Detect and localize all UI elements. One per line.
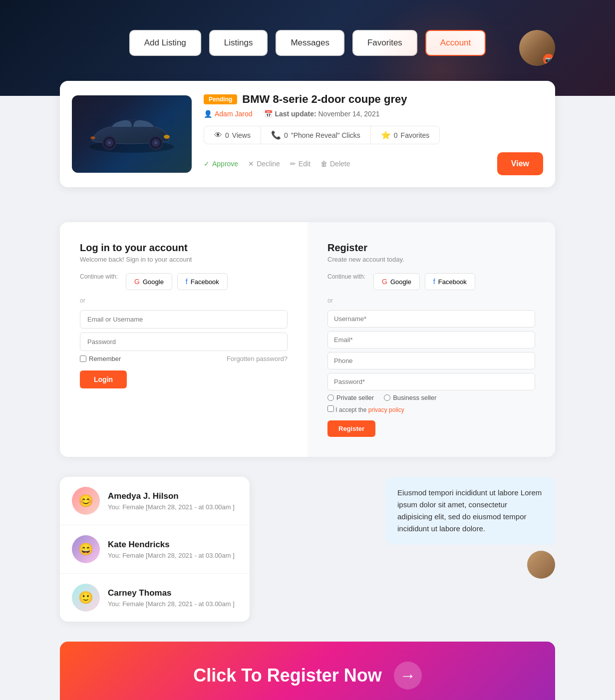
forgot-password-link[interactable]: Forgotten password? xyxy=(227,355,288,362)
register-title: Register xyxy=(327,242,535,254)
listing-date: 📅 Last update: November 14, 2021 xyxy=(264,110,379,118)
register-facebook-btn[interactable]: f Facebook xyxy=(425,273,475,290)
cta-arrow-icon: → xyxy=(394,662,422,690)
contact-meta-2: You: Female [March 28, 2021 - at 03.00am… xyxy=(108,552,235,559)
chat-area: Eiusmod tempori incididunt ut labore Lor… xyxy=(262,477,555,579)
phone-icon: 📞 xyxy=(271,130,281,140)
contact-name-2: Kate Hendricks xyxy=(108,540,235,550)
listing-stats: 👁 0 Views 📞 0 "Phone Reveal" Clicks ⭐ 0 … xyxy=(204,126,440,144)
eye-icon: 👁 xyxy=(214,131,222,140)
login-continue-with-label: Continue with: xyxy=(80,273,118,290)
svg-point-7 xyxy=(164,135,170,139)
cta-label: Click To Register Now xyxy=(193,665,381,686)
pencil-icon: ✏ xyxy=(290,160,296,168)
login-button[interactable]: Login xyxy=(80,370,127,388)
email-input[interactable] xyxy=(327,331,535,349)
listing-image xyxy=(72,95,192,173)
phone-input[interactable] xyxy=(327,352,535,369)
contact-item-2[interactable]: 😄 Kate Hendricks You: Female [March 28, … xyxy=(60,525,250,574)
listing-actions: ✓ Approve ✕ Decline ✏ Edit 🗑 Delete View xyxy=(204,152,543,175)
login-social-buttons: Continue with: G Google f Facebook xyxy=(80,273,288,290)
phone-stat: 📞 0 "Phone Reveal" Clicks xyxy=(261,126,371,144)
contact-info-3: Carney Thomas You: Female [March 28, 202… xyxy=(108,588,235,608)
register-social-buttons: Continue with: G Google f Facebook xyxy=(327,273,535,290)
privacy-policy-link[interactable]: privacy policy xyxy=(368,406,404,413)
facebook-icon: f xyxy=(433,278,435,286)
decline-action[interactable]: ✕ Decline xyxy=(248,160,280,168)
register-password-input[interactable] xyxy=(327,373,535,390)
business-seller-radio[interactable] xyxy=(384,394,390,401)
contact-avatar-2: 😄 xyxy=(72,535,100,563)
cta-register-button[interactable]: Click To Register Now → xyxy=(60,642,555,700)
check-icon: ✓ xyxy=(204,160,210,168)
register-subtitle: Create new account today. xyxy=(327,256,535,263)
nav-account[interactable]: Account xyxy=(425,30,486,56)
nav-messages[interactable]: Messages xyxy=(276,30,344,56)
contact-avatar-1: 😊 xyxy=(72,487,100,515)
listing-header: Pending BMW 8-serie 2-door coupe grey xyxy=(204,93,543,106)
contact-avatar-3: 🙂 xyxy=(72,584,100,612)
avatar[interactable]: 📷 xyxy=(519,30,555,66)
private-seller-option[interactable]: Private seller xyxy=(327,394,374,401)
nav-listings[interactable]: Listings xyxy=(209,30,268,56)
listing-meta: 👤 Adam Jarod 📅 Last update: November 14,… xyxy=(204,110,543,118)
contact-info-1: Amedya J. Hilson You: Female [March 28, … xyxy=(108,491,235,511)
login-google-btn[interactable]: G Google xyxy=(126,273,172,290)
login-title: Log in to your account xyxy=(80,242,288,254)
register-button[interactable]: Register xyxy=(327,420,375,437)
register-divider: or xyxy=(327,297,535,304)
login-subtitle: Welcome back! Sign in to your account xyxy=(80,256,288,263)
contact-name-3: Carney Thomas xyxy=(108,588,235,598)
views-stat: 👁 0 Views xyxy=(204,127,261,144)
listing-author: 👤 Adam Jarod xyxy=(204,110,252,118)
nav-favorites[interactable]: Favorites xyxy=(352,30,417,56)
x-icon: ✕ xyxy=(248,160,254,168)
register-google-btn[interactable]: G Google xyxy=(373,273,420,290)
login-facebook-btn[interactable]: f Facebook xyxy=(177,273,228,290)
star-icon: ⭐ xyxy=(381,130,391,140)
svg-point-8 xyxy=(90,136,95,139)
user-avatar-wrapper: 📷 xyxy=(519,30,555,66)
favorites-stat: ⭐ 0 Favorites xyxy=(371,126,439,144)
contact-meta-1: You: Female [March 28, 2021 - at 03.00am… xyxy=(108,503,235,511)
listing-card: Pending BMW 8-serie 2-door coupe grey 👤 … xyxy=(60,81,555,187)
email-username-input[interactable] xyxy=(80,310,288,329)
contact-info-2: Kate Hendricks You: Female [March 28, 20… xyxy=(108,540,235,559)
person-icon: 👤 xyxy=(204,110,212,118)
google-icon: G xyxy=(382,278,387,286)
private-seller-radio[interactable] xyxy=(327,394,334,401)
privacy-checkbox[interactable] xyxy=(327,405,334,412)
view-button[interactable]: View xyxy=(497,152,543,175)
camera-icon[interactable]: 📷 xyxy=(543,54,554,65)
delete-action[interactable]: 🗑 Delete xyxy=(320,160,350,168)
chat-bubble: Eiusmod tempori incididunt ut labore Lor… xyxy=(385,477,555,545)
chat-section: 😊 Amedya J. Hilson You: Female [March 28… xyxy=(60,477,555,622)
cta-section: Click To Register Now → xyxy=(60,642,555,700)
auth-section: Log in to your account Welcome back! Sig… xyxy=(60,222,555,457)
remember-checkbox[interactable] xyxy=(80,355,86,362)
trash-icon: 🗑 xyxy=(320,160,327,168)
contact-name-1: Amedya J. Hilson xyxy=(108,491,235,501)
approve-action[interactable]: ✓ Approve xyxy=(204,160,238,168)
listing-info: Pending BMW 8-serie 2-door coupe grey 👤 … xyxy=(204,93,543,175)
edit-action[interactable]: ✏ Edit xyxy=(290,160,310,168)
privacy-row: I accept the privacy policy xyxy=(327,405,535,413)
remember-label[interactable]: Remember xyxy=(80,355,121,362)
username-input[interactable] xyxy=(327,310,535,328)
register-continue-with-label: Continue with: xyxy=(327,273,365,290)
contact-meta-3: You: Female [March 28, 2021 - at 03.00am… xyxy=(108,600,235,608)
login-panel: Log in to your account Welcome back! Sig… xyxy=(60,222,308,457)
facebook-icon: f xyxy=(186,278,188,286)
contact-item[interactable]: 😊 Amedya J. Hilson You: Female [March 28… xyxy=(60,477,250,525)
contacts-list: 😊 Amedya J. Hilson You: Female [March 28… xyxy=(60,477,250,622)
svg-point-3 xyxy=(108,141,111,144)
seller-type: Private seller Business seller xyxy=(327,394,535,401)
nav-add-listing[interactable]: Add Listing xyxy=(129,30,201,56)
listing-title: BMW 8-serie 2-door coupe grey xyxy=(242,93,407,106)
business-seller-option[interactable]: Business seller xyxy=(384,394,436,401)
password-input[interactable] xyxy=(80,333,288,351)
login-form-row: Remember Forgotten password? xyxy=(80,355,288,362)
contact-item-3[interactable]: 🙂 Carney Thomas You: Female [March 28, 2… xyxy=(60,574,250,622)
calendar-icon: 📅 xyxy=(264,110,273,118)
pending-badge: Pending xyxy=(204,94,237,104)
